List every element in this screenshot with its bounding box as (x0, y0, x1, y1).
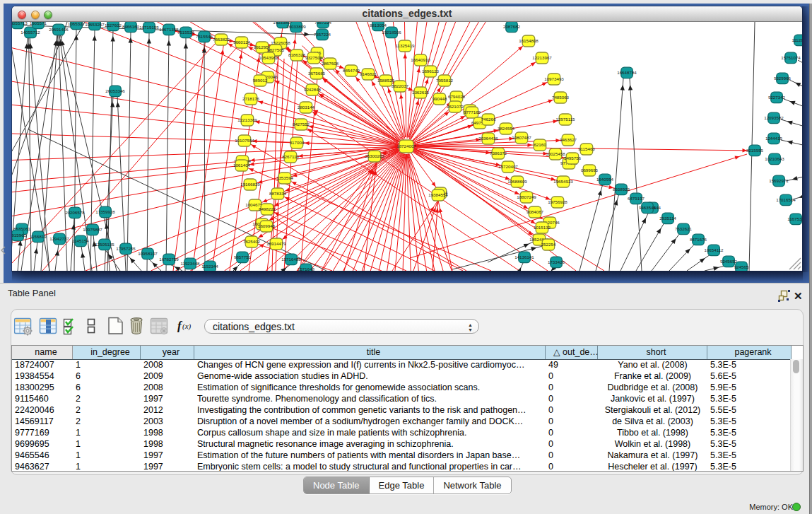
svg-text:6479197: 6479197 (628, 196, 645, 201)
svg-text:10958107: 10958107 (138, 251, 158, 256)
svg-text:7625402: 7625402 (243, 239, 261, 244)
svg-text:19384554: 19384554 (428, 192, 448, 197)
svg-text:252254: 252254 (541, 242, 556, 247)
svg-text:317004: 317004 (290, 140, 305, 145)
svg-text:10975887: 10975887 (83, 227, 102, 232)
svg-text:1696123: 1696123 (422, 69, 440, 74)
svg-text:1145154: 1145154 (72, 238, 89, 243)
svg-text:1167533: 1167533 (787, 216, 802, 221)
svg-text:(x): (x) (182, 322, 192, 331)
svg-text:10973493: 10973493 (544, 76, 564, 81)
svg-text:1244415: 1244415 (765, 136, 783, 141)
svg-text:12213967: 12213967 (532, 55, 552, 60)
svg-text:8186328: 8186328 (288, 52, 306, 57)
svg-text:9463627: 9463627 (560, 137, 577, 142)
svg-text:10654112: 10654112 (704, 247, 724, 252)
svg-text:15720407: 15720407 (498, 164, 518, 169)
svg-text:2935114: 2935114 (659, 216, 676, 221)
svg-text:1065327: 1065327 (68, 22, 86, 26)
svg-text:9329966: 9329966 (774, 76, 792, 81)
svg-text:10807487: 10807487 (512, 135, 531, 140)
svg-text:19218506: 19218506 (382, 30, 401, 35)
svg-text:15716485: 15716485 (281, 257, 301, 262)
svg-text:1061404: 1061404 (233, 163, 251, 168)
svg-text:9115460: 9115460 (578, 146, 595, 151)
svg-text:17016504: 17016504 (776, 197, 796, 202)
svg-text:9327508: 9327508 (305, 55, 323, 60)
svg-text:8267110: 8267110 (282, 154, 299, 159)
svg-text:7357224: 7357224 (314, 32, 331, 37)
svg-text:1733426: 1733426 (548, 259, 565, 264)
svg-text:9827505: 9827505 (267, 47, 285, 52)
svg-text:17957255: 17957255 (116, 246, 136, 251)
svg-text:10719155: 10719155 (139, 25, 159, 30)
svg-text:16640910: 16640910 (411, 57, 430, 62)
svg-text:12505135: 12505135 (95, 242, 114, 247)
svg-text:8813054: 8813054 (370, 23, 387, 28)
svg-text:8427552: 8427552 (293, 122, 310, 127)
svg-text:20364436: 20364436 (478, 136, 498, 141)
svg-text:10107554: 10107554 (235, 138, 254, 143)
svg-text:8454749: 8454749 (343, 68, 360, 73)
svg-text:62160: 62160 (534, 142, 546, 147)
svg-text:1905571: 1905571 (30, 22, 47, 25)
svg-text:10688609: 10688609 (507, 179, 527, 184)
svg-text:18807249: 18807249 (517, 194, 536, 199)
svg-text:11923448: 11923448 (180, 261, 200, 266)
svg-text:12975115: 12975115 (555, 117, 575, 122)
svg-text:7955812: 7955812 (436, 78, 454, 83)
svg-text:1362615: 1362615 (412, 90, 430, 95)
svg-text:17359928: 17359928 (95, 209, 115, 214)
svg-text:16914479: 16914479 (266, 241, 286, 246)
svg-text:1015132: 1015132 (534, 225, 551, 230)
svg-text:11325419: 11325419 (395, 43, 415, 48)
svg-text:6794028: 6794028 (448, 94, 466, 99)
svg-text:1353594: 1353594 (276, 175, 294, 180)
svg-text:12093582: 12093582 (764, 115, 784, 120)
svg-text:8878334: 8878334 (269, 191, 287, 196)
svg-text:8498222: 8498222 (259, 206, 276, 211)
svg-text:5495756: 5495756 (564, 156, 582, 160)
svg-text:7515526: 7515526 (177, 30, 195, 35)
svg-text:9245652: 9245652 (720, 259, 738, 264)
svg-text:1621072: 1621072 (447, 104, 464, 109)
svg-text:8466160: 8466160 (122, 24, 140, 29)
svg-text:20691406: 20691406 (49, 27, 69, 32)
svg-text:1609948: 1609948 (258, 223, 276, 228)
svg-text:7515546: 7515546 (196, 34, 213, 39)
svg-text:20206578: 20206578 (65, 210, 85, 215)
svg-text:18724007: 18724007 (396, 144, 416, 148)
svg-text:1112849: 1112849 (792, 37, 802, 42)
svg-text:3675685: 3675685 (308, 71, 326, 76)
svg-text:3915961: 3915961 (12, 233, 27, 238)
svg-text:9227342: 9227342 (768, 95, 786, 100)
svg-text:19756928: 19756928 (548, 199, 567, 204)
svg-text:924565: 924565 (734, 264, 749, 269)
svg-text:1588520: 1588520 (377, 78, 395, 83)
svg-text:8822037: 8822037 (392, 83, 409, 88)
svg-text:1527602: 1527602 (105, 23, 122, 28)
svg-text:2718176: 2718176 (242, 96, 260, 101)
svg-text:16648784: 16648784 (617, 70, 637, 75)
svg-text:10671355: 10671355 (159, 27, 179, 32)
svg-text:2867608: 2867608 (322, 61, 339, 66)
svg-text:8938923: 8938923 (613, 187, 630, 192)
svg-text:7485063: 7485063 (552, 95, 570, 100)
svg-text:9084067: 9084067 (526, 209, 544, 214)
svg-text:8471676: 8471676 (690, 237, 707, 242)
svg-text:989012: 989012 (253, 78, 268, 83)
svg-text:9146821: 9146821 (360, 71, 377, 76)
svg-text:7663822: 7663822 (213, 37, 230, 42)
svg-text:1640954: 1640954 (596, 177, 614, 182)
svg-text:9660124: 9660124 (233, 40, 251, 45)
svg-text:9242848: 9242848 (304, 87, 322, 92)
svg-text:16033809: 16033809 (286, 24, 306, 29)
svg-text:8215955: 8215955 (746, 148, 764, 153)
svg-text:3824554: 3824554 (498, 126, 515, 131)
svg-text:10653267: 10653267 (85, 22, 105, 27)
svg-text:12213369: 12213369 (237, 117, 257, 122)
svg-text:10210643: 10210643 (765, 156, 784, 161)
svg-text:2087682: 2087682 (503, 24, 521, 29)
svg-text:7386372: 7386372 (490, 151, 507, 156)
svg-text:15692971: 15692971 (769, 178, 789, 183)
